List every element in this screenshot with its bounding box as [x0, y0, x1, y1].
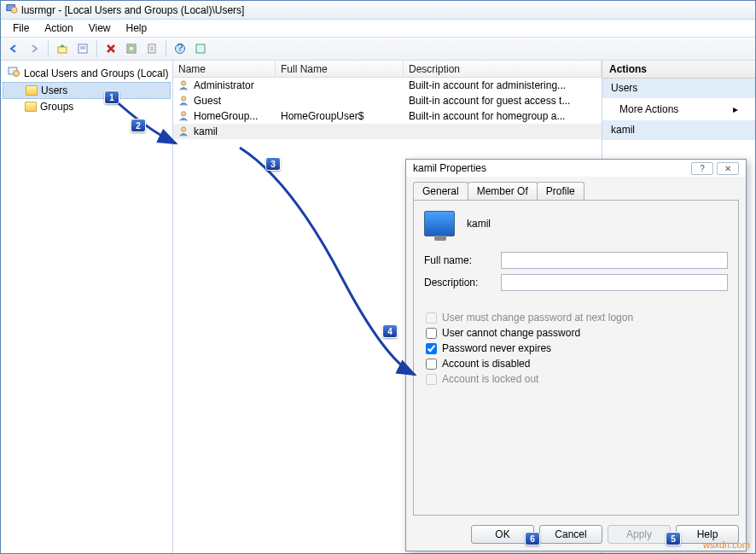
properties-dialog: kamil Properties ? ✕ General Member Of P… — [405, 159, 747, 551]
svg-point-17 — [182, 127, 186, 131]
check-neverexpires-label: Password never expires — [442, 342, 551, 354]
actions-section-users: Users — [602, 79, 755, 98]
annotation-2: 2 — [131, 119, 146, 132]
dialog-titlebar: kamil Properties ? ✕ — [406, 160, 746, 177]
extra-button[interactable] — [191, 39, 210, 58]
user-icon — [178, 95, 190, 107]
properties-button[interactable] — [73, 39, 92, 58]
up-button[interactable] — [53, 39, 72, 58]
user-icon — [178, 110, 190, 122]
svg-point-13 — [14, 71, 20, 77]
check-cannotchange[interactable] — [426, 328, 437, 339]
tab-profile[interactable]: Profile — [537, 182, 584, 200]
window-title: lusrmgr - [Local Users and Groups (Local… — [21, 4, 244, 16]
tree-root[interactable]: Local Users and Groups (Local) — [3, 64, 171, 82]
tree-users[interactable]: Users — [3, 82, 171, 99]
apply-button[interactable]: Apply — [608, 525, 671, 544]
svg-point-1 — [11, 7, 17, 13]
svg-point-14 — [182, 81, 186, 85]
toolbar: ? — [1, 37, 755, 61]
menu-action[interactable]: Action — [38, 20, 79, 36]
tab-body: kamil Full name: Description: User must … — [413, 200, 739, 516]
svg-rect-7 — [129, 46, 134, 51]
refresh-button[interactable] — [122, 39, 141, 58]
check-lockedout — [426, 374, 437, 385]
description-label: Description: — [424, 277, 492, 289]
dialog-username: kamil — [467, 218, 491, 230]
check-lockedout-label: Account is locked out — [442, 373, 538, 385]
dialog-help-button[interactable]: ? — [691, 162, 713, 175]
tab-general[interactable]: General — [413, 182, 468, 200]
list-row[interactable]: HomeGroup...HomeGroupUser$Built-in accou… — [173, 108, 602, 124]
actions-title: Actions — [602, 61, 755, 79]
folder-icon — [25, 102, 37, 112]
folder-icon — [26, 85, 38, 96]
annotation-6: 6 — [525, 532, 540, 545]
tree-users-label: Users — [41, 85, 67, 96]
list-row[interactable]: GuestBuilt-in account for guest access t… — [173, 93, 602, 108]
help-button[interactable]: ? — [171, 39, 189, 58]
menubar: File Action View Help — [1, 20, 755, 37]
svg-point-16 — [182, 112, 186, 116]
tree-root-label: Local Users and Groups (Local) — [24, 67, 168, 79]
check-neverexpires[interactable] — [426, 343, 437, 354]
titlebar: lusrmgr - [Local Users and Groups (Local… — [1, 1, 755, 20]
menu-help[interactable]: Help — [119, 20, 154, 36]
tree-pane: Local Users and Groups (Local) Users Gro… — [1, 61, 173, 553]
delete-button[interactable] — [102, 39, 120, 58]
main-window: lusrmgr - [Local Users and Groups (Local… — [0, 0, 756, 554]
svg-rect-2 — [58, 47, 67, 53]
svg-text:?: ? — [177, 43, 183, 54]
dialog-title: kamil Properties — [413, 162, 486, 174]
dialog-close-button[interactable]: ✕ — [717, 162, 739, 175]
back-button[interactable] — [4, 39, 23, 58]
chevron-right-icon: ▸ — [733, 103, 738, 115]
dialog-buttons: OK Cancel Apply Help — [471, 525, 739, 544]
menu-file[interactable]: File — [6, 20, 36, 36]
check-cannotchange-label: User cannot change password — [442, 327, 580, 339]
svg-point-15 — [182, 96, 186, 101]
menu-view[interactable]: View — [82, 20, 118, 36]
fullname-field[interactable] — [501, 252, 728, 269]
actions-more-users[interactable]: More Actions ▸ — [602, 98, 755, 120]
list-row[interactable]: kamil — [173, 124, 602, 139]
annotation-1: 1 — [104, 90, 119, 104]
forward-button[interactable] — [25, 39, 44, 58]
dialog-tabs: General Member Of Profile — [413, 182, 739, 200]
tab-memberof[interactable]: Member Of — [468, 182, 538, 200]
col-description[interactable]: Description — [404, 61, 602, 77]
svg-rect-11 — [196, 44, 205, 53]
col-name[interactable]: Name — [173, 61, 276, 77]
annotation-5: 5 — [666, 532, 681, 545]
cancel-button[interactable]: Cancel — [539, 525, 602, 544]
check-disabled[interactable] — [426, 359, 437, 370]
check-disabled-label: Account is disabled — [442, 358, 530, 370]
annotation-4: 4 — [382, 324, 398, 338]
description-field[interactable] — [501, 274, 728, 291]
watermark: wsxdn.com — [703, 539, 750, 550]
annotation-3: 3 — [265, 157, 281, 171]
tree-groups[interactable]: Groups — [3, 99, 171, 114]
actions-section-kamil: kamil — [602, 120, 755, 140]
check-mustchange-label: User must change password at next logon — [442, 312, 633, 324]
col-fullname[interactable]: Full Name — [276, 61, 404, 77]
list-header: Name Full Name Description — [173, 61, 602, 78]
computer-icon — [8, 66, 20, 80]
tree-groups-label: Groups — [40, 101, 73, 113]
export-button[interactable] — [142, 39, 161, 58]
user-icon — [178, 79, 190, 91]
list-row[interactable]: AdministratorBuilt-in account for admini… — [173, 78, 602, 93]
fullname-label: Full name: — [424, 254, 492, 266]
app-icon — [6, 3, 18, 17]
user-icon — [178, 125, 190, 137]
user-avatar-icon — [424, 211, 455, 236]
check-mustchange — [426, 312, 437, 324]
